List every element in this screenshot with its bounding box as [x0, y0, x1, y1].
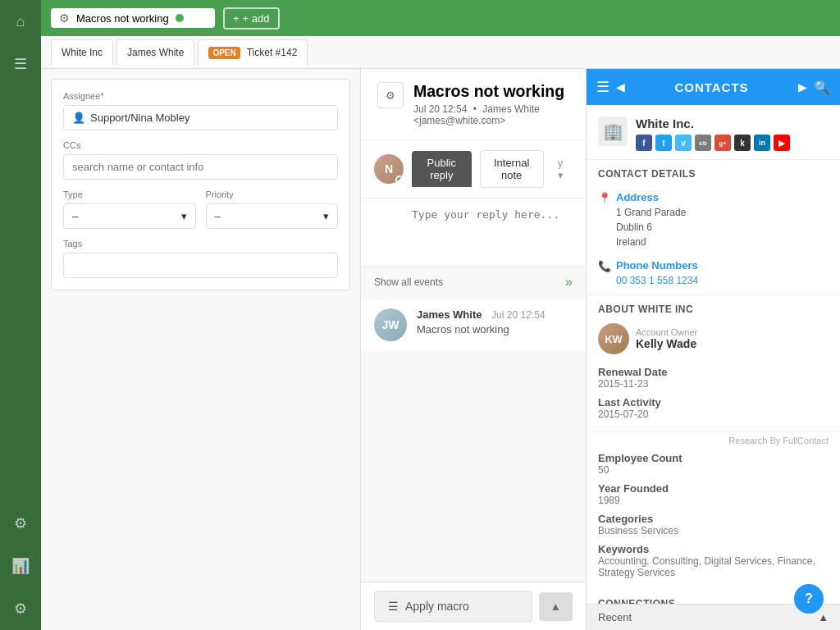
- event-header: James White Jul 20 12:54: [417, 308, 546, 321]
- ticket-settings-button[interactable]: ⚙: [377, 82, 404, 108]
- reply-more[interactable]: y ▾: [552, 151, 573, 187]
- owner-label: Account Owner: [636, 327, 697, 337]
- klout-icon[interactable]: k: [734, 135, 751, 151]
- ticket-gear-icon[interactable]: ⚙: [59, 11, 70, 25]
- tab-bar: White Inc James White OPEN Ticket #142: [41, 36, 840, 69]
- macro-expand-button[interactable]: ▲: [539, 592, 573, 621]
- left-sidebar: ⌂ ☰ ⚙ 📊 ⚙: [0, 0, 41, 630]
- reply-area: N Public reply Internal note y ▾: [361, 140, 586, 267]
- contacts-prev-icon[interactable]: ◀: [616, 80, 625, 94]
- owner-name: Kelly Wade: [636, 337, 697, 350]
- contacts-search-icon[interactable]: 🔍: [814, 80, 830, 95]
- collapse-icon[interactable]: ▲: [818, 611, 829, 623]
- ticket-title-bar: ⚙ Macros not working: [51, 8, 215, 28]
- ticket-header: ⚙ Macros not working Jul 20 12:54 • Jame…: [361, 69, 586, 140]
- tags-field: Tags: [63, 239, 338, 278]
- location-icon: 📍: [598, 192, 609, 204]
- event-avatar: JW: [374, 308, 407, 341]
- tab-ticket[interactable]: OPEN Ticket #142: [198, 39, 308, 66]
- phone-content: Phone Numbers 00 353 1 558 1234: [616, 259, 698, 288]
- employee-count-row: Employee Count 50: [598, 449, 829, 479]
- online-indicator: [395, 176, 404, 184]
- gear-icon: ⚙: [386, 89, 395, 102]
- form-box: Assignee* 👤 Support/Nina Mobley CCs: [51, 79, 350, 290]
- fullcontact-note: Research By FullContact: [587, 432, 840, 449]
- macro-icon: ☰: [388, 600, 399, 613]
- ccs-field: CCs: [63, 140, 338, 180]
- main-content: ⚙ Macros not working + + add White Inc J…: [41, 0, 840, 630]
- ticket-meta: Jul 20 12:54 • James White <james@white.…: [413, 103, 569, 126]
- public-reply-button[interactable]: Public reply: [412, 151, 472, 187]
- event-item: JW James White Jul 20 12:54 Macros not w…: [361, 299, 586, 351]
- youtube-icon[interactable]: ▶: [774, 135, 790, 151]
- show-all-events-link[interactable]: Show all events: [374, 276, 443, 288]
- person-icon: 👤: [72, 112, 85, 124]
- left-panel-spacer: [41, 300, 360, 630]
- help-button[interactable]: ?: [794, 584, 824, 614]
- company-section: 🏢 White Inc. f t v cb g+ k in ▶: [587, 105, 840, 160]
- top-bar: ⚙ Macros not working + + add: [41, 0, 840, 36]
- assignee-input[interactable]: 👤 Support/Nina Mobley: [63, 105, 338, 130]
- tags-label: Tags: [63, 239, 338, 249]
- owner-info: Account Owner Kelly Wade: [636, 327, 697, 350]
- type-select[interactable]: – ▾: [63, 203, 196, 229]
- content-area: Assignee* 👤 Support/Nina Mobley CCs: [41, 69, 840, 630]
- contacts-menu-icon[interactable]: ☰: [596, 78, 609, 96]
- twitter-icon[interactable]: t: [655, 135, 672, 151]
- assignee-value: Support/Nina Mobley: [90, 112, 189, 124]
- right-panel: ☰ ◀ CONTACTS ▶ 🔍 🏢 White Inc. f t v: [586, 69, 840, 630]
- internal-note-button[interactable]: Internal note: [480, 150, 544, 188]
- phone-value[interactable]: 00 353 1 558 1234: [616, 273, 698, 288]
- events-section: Show all events »: [361, 267, 586, 299]
- vimeo-icon[interactable]: v: [675, 135, 692, 151]
- left-panel: Assignee* 👤 Support/Nina Mobley CCs: [41, 69, 361, 630]
- owner-avatar-image: KW: [598, 323, 629, 354]
- owner-avatar: KW: [598, 323, 629, 354]
- settings-icon[interactable]: ⚙: [7, 510, 34, 536]
- linkedin-icon[interactable]: in: [754, 135, 770, 151]
- categories-row: Categories Business Services: [598, 509, 829, 540]
- address-content: Address 1 Grand Parade Dublin 6 Ireland: [616, 191, 686, 249]
- ticket-spacer: [361, 351, 586, 582]
- facebook-icon[interactable]: f: [636, 135, 652, 151]
- expand-events-icon[interactable]: »: [565, 275, 573, 290]
- admin-icon[interactable]: ⚙: [7, 596, 34, 622]
- contacts-next-icon[interactable]: ▶: [798, 80, 807, 94]
- tab-contact[interactable]: James White: [116, 39, 194, 65]
- type-priority-row: Type – ▾ Priority – ▾: [63, 189, 338, 229]
- tags-input[interactable]: [63, 253, 338, 278]
- add-button[interactable]: + + add: [223, 7, 280, 30]
- crunchbase-icon[interactable]: cb: [695, 135, 711, 151]
- social-icons: f t v cb g+ k in ▶: [636, 135, 790, 151]
- ticket-title-text: Macros not working: [76, 12, 169, 25]
- chevron-down-icon2: ▾: [323, 210, 329, 222]
- company-extra-info: Employee Count 50 Year Founded 1989 Cate…: [587, 449, 840, 590]
- event-info: James White Jul 20 12:54 Macros not work…: [417, 308, 546, 336]
- address-label: Address: [616, 191, 686, 203]
- status-dot: [176, 14, 184, 22]
- phone-row: 📞 Phone Numbers 00 353 1 558 1234: [587, 256, 840, 294]
- bottom-bar: ☰ Apply macro ▲: [361, 582, 586, 630]
- contacts-body: 🏢 White Inc. f t v cb g+ k in ▶: [587, 105, 840, 604]
- apply-macro-button[interactable]: ☰ Apply macro: [374, 591, 532, 622]
- assignee-field: Assignee* 👤 Support/Nina Mobley: [63, 91, 338, 130]
- assignee-label: Assignee*: [63, 91, 338, 101]
- chevron-down-icon: ▾: [181, 210, 187, 222]
- address-row: 📍 Address 1 Grand Parade Dublin 6 Irelan…: [587, 188, 840, 256]
- form-wrapper: Assignee* 👤 Support/Nina Mobley CCs: [41, 69, 360, 300]
- reply-textarea[interactable]: [361, 198, 586, 263]
- renewal-date-row: Renewal Date 2015-11-23: [598, 363, 829, 393]
- priority-select[interactable]: – ▾: [206, 203, 339, 229]
- googleplus-icon[interactable]: g+: [714, 135, 731, 151]
- home-icon[interactable]: ⌂: [7, 8, 34, 34]
- keywords-row: Keywords Accounting, Consulting, Digital…: [598, 540, 829, 582]
- reports-icon[interactable]: 📊: [7, 553, 34, 579]
- last-activity-row: Last Activity 2015-07-20: [598, 393, 829, 423]
- open-badge: OPEN: [208, 47, 240, 59]
- tickets-icon[interactable]: ☰: [7, 51, 34, 77]
- company-name: White Inc.: [636, 116, 790, 130]
- ccs-input[interactable]: [63, 154, 338, 180]
- ccs-label: CCs: [63, 140, 338, 150]
- contacts-header: ☰ ◀ CONTACTS ▶ 🔍: [587, 69, 840, 105]
- tab-company[interactable]: White Inc: [51, 39, 113, 66]
